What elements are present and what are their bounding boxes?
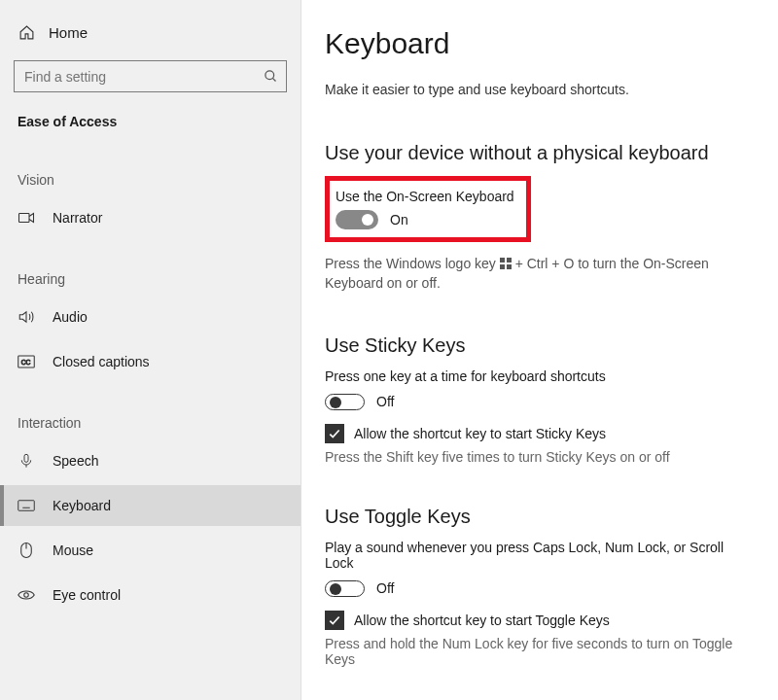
nav-label: Mouse [53, 542, 93, 558]
eye-icon [18, 586, 35, 604]
sticky-lead: Press one key at a time for keyboard sho… [325, 368, 749, 384]
osk-toggle-state: On [390, 212, 408, 228]
togglek-toggle[interactable] [325, 580, 365, 597]
category-hearing: Hearing [0, 242, 301, 297]
checkbox-checked-icon [325, 424, 344, 443]
annotation-highlight: Use the On-Screen Keyboard On [325, 176, 531, 242]
home-icon [18, 23, 35, 41]
svg-point-15 [24, 593, 29, 598]
toggle-keys-section: Use Toggle Keys Play a sound whenever yo… [325, 506, 749, 667]
narrator-icon [18, 209, 35, 227]
sidebar-item-eye-control[interactable]: Eye control [0, 575, 301, 615]
page-subtitle: Make it easier to type and use keyboard … [325, 82, 749, 97]
nav-label: Audio [53, 309, 88, 325]
togglek-toggle-state: Off [376, 580, 394, 596]
svg-line-1 [272, 78, 275, 81]
nav-label: Narrator [53, 210, 102, 226]
windows-logo-icon [500, 258, 512, 269]
nav-label: Closed captions [53, 354, 150, 369]
svg-point-0 [265, 70, 273, 79]
nav-label: Speech [53, 453, 98, 469]
sidebar: Home Ease of Access Vision Narrator Hear… [0, 0, 301, 700]
togglek-shortcut-checkbox[interactable]: Allow the shortcut key to start Toggle K… [325, 611, 749, 630]
togglek-lead: Play a sound whenever you press Caps Loc… [325, 540, 749, 571]
osk-heading: Use your device without a physical keybo… [325, 142, 749, 164]
nav-label: Eye control [53, 587, 121, 603]
microphone-icon [18, 452, 35, 470]
mouse-icon [18, 542, 35, 559]
sidebar-item-closed-captions[interactable]: CC Closed captions [0, 341, 301, 382]
sidebar-item-keyboard[interactable]: Keyboard [0, 485, 301, 526]
svg-rect-7 [18, 501, 35, 511]
osk-toggle-label: Use the On-Screen Keyboard [336, 189, 514, 204]
cc-icon: CC [18, 353, 35, 370]
sticky-help: Press the Shift key five times to turn S… [325, 449, 749, 465]
togglek-help: Press and hold the Num Lock key for five… [325, 636, 749, 667]
sticky-toggle[interactable] [325, 394, 365, 410]
home-link[interactable]: Home [0, 18, 301, 51]
sidebar-item-narrator[interactable]: Narrator [0, 197, 301, 238]
sticky-checkbox-label: Allow the shortcut key to start Sticky K… [354, 426, 606, 441]
togglek-checkbox-label: Allow the shortcut key to start Toggle K… [354, 612, 610, 628]
svg-rect-2 [19, 214, 30, 223]
sidebar-item-mouse[interactable]: Mouse [0, 530, 301, 571]
togglek-heading: Use Toggle Keys [325, 506, 749, 528]
sidebar-item-speech[interactable]: Speech [0, 440, 301, 481]
sticky-heading: Use Sticky Keys [325, 334, 749, 357]
search-input[interactable] [15, 69, 255, 85]
svg-text:CC: CC [21, 359, 31, 366]
sidebar-group-title: Ease of Access [0, 110, 301, 143]
search-input-container[interactable] [14, 60, 287, 92]
category-interaction: Interaction [0, 386, 301, 440]
sticky-keys-section: Use Sticky Keys Press one key at a time … [325, 334, 749, 465]
sticky-shortcut-checkbox[interactable]: Allow the shortcut key to start Sticky K… [325, 424, 749, 443]
svg-rect-5 [24, 454, 28, 462]
checkbox-checked-icon [325, 611, 344, 630]
page-title: Keyboard [325, 27, 749, 60]
osk-help-text: Press the Windows logo key + Ctrl + O to… [325, 254, 749, 294]
home-label: Home [49, 24, 88, 41]
sidebar-item-audio[interactable]: Audio [0, 297, 301, 337]
main-content: Keyboard Make it easier to type and use … [301, 0, 778, 700]
audio-icon [18, 308, 35, 326]
keyboard-icon [18, 497, 35, 514]
category-vision: Vision [0, 143, 301, 197]
osk-toggle[interactable] [336, 210, 378, 229]
nav-label: Keyboard [53, 498, 111, 513]
search-icon [255, 69, 286, 87]
sticky-toggle-state: Off [376, 394, 394, 409]
